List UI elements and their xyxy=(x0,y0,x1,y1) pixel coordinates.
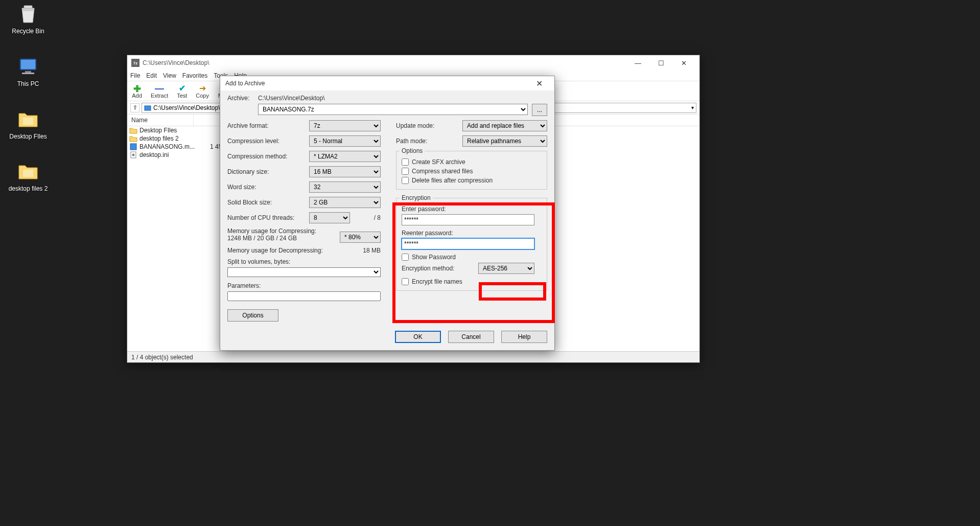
dialog-title: Add to Archive xyxy=(225,80,265,87)
update-label: Update mode: xyxy=(396,122,462,129)
maximize-button[interactable]: ☐ xyxy=(649,56,672,70)
recycle-bin-icon xyxy=(16,1,40,26)
dialog-close-button[interactable]: ✕ xyxy=(529,77,549,90)
pathmode-label: Path mode: xyxy=(396,138,462,145)
svg-rect-6 xyxy=(23,170,33,177)
level-label: Compression level: xyxy=(227,138,309,145)
menu-favorites[interactable]: Favorites xyxy=(182,72,207,79)
block-select[interactable]: 2 GB xyxy=(309,197,381,208)
svg-rect-8 xyxy=(130,144,136,150)
this-pc[interactable]: This PC xyxy=(5,54,51,87)
options-button[interactable]: Options xyxy=(227,309,278,322)
block-label: Solid Block size: xyxy=(227,199,309,206)
params-input[interactable] xyxy=(227,291,381,301)
options-legend: Options xyxy=(400,147,425,154)
menu-edit[interactable]: Edit xyxy=(146,72,157,79)
options-group: Options Create SFX archive Compress shar… xyxy=(396,151,547,190)
this-pc-label: This PC xyxy=(5,80,51,87)
format-select[interactable]: 7z xyxy=(309,120,381,131)
svg-rect-0 xyxy=(24,6,32,8)
minimize-button[interactable]: — xyxy=(626,56,649,70)
encryption-method-label: Encryption method: xyxy=(402,265,478,272)
svg-rect-7 xyxy=(145,106,151,110)
level-select[interactable]: 5 - Normal xyxy=(309,135,381,147)
copy-button[interactable]: ➔Copy xyxy=(196,83,209,99)
reenter-password-input[interactable] xyxy=(402,238,534,249)
encrypt-filenames-checkbox[interactable]: Encrypt file names xyxy=(402,278,542,285)
memd-label: Memory usage for Decompressing: xyxy=(227,247,340,254)
method-label: Compression method: xyxy=(227,153,309,160)
memc-pct-select[interactable]: * 80% xyxy=(340,232,381,243)
desktop-files-label: Desktop FIles xyxy=(5,133,51,140)
desktop-files-folder[interactable]: Desktop FIles xyxy=(5,106,51,140)
pathmode-select[interactable]: Relative pathnames xyxy=(462,135,547,147)
menu-file[interactable]: File xyxy=(130,72,140,79)
method-select[interactable]: * LZMA2 xyxy=(309,151,381,162)
svg-point-10 xyxy=(132,154,135,156)
right-column: Update mode:Add and replace files Path m… xyxy=(396,120,547,322)
enter-password-label: Enter password: xyxy=(402,205,542,213)
desktop-files-2-folder[interactable]: desktop files 2 xyxy=(5,158,51,192)
memd-value: 18 MB xyxy=(363,247,381,254)
menu-view[interactable]: View xyxy=(163,72,176,79)
up-button[interactable]: ⇧ xyxy=(130,103,139,112)
format-label: Archive format: xyxy=(227,122,309,129)
close-button[interactable]: ✕ xyxy=(672,56,695,70)
show-password-checkbox[interactable]: Show Password xyxy=(402,254,542,261)
svg-rect-5 xyxy=(23,118,33,125)
dialog-buttons: OK Cancel Help xyxy=(220,326,554,350)
recycle-bin-label: Recycle Bin xyxy=(5,28,51,35)
dict-select[interactable]: 16 MB xyxy=(309,166,381,177)
app-icon: 7z xyxy=(131,59,139,67)
reenter-password-label: Reenter password: xyxy=(402,230,542,237)
encryption-method-select[interactable]: AES-256 xyxy=(478,263,534,274)
enter-password-input[interactable] xyxy=(402,214,534,225)
memc-value: 1248 MB / 20 GB / 24 GB xyxy=(227,235,340,242)
dialog-titlebar: Add to Archive ✕ xyxy=(220,76,554,90)
add-button[interactable]: ✚Add xyxy=(131,83,143,99)
sfx-checkbox[interactable]: Create SFX archive xyxy=(402,158,542,166)
delete-checkbox[interactable]: Delete files after compression xyxy=(402,177,542,184)
dict-label: Dictionary size: xyxy=(227,168,309,175)
word-label: Word size: xyxy=(227,184,309,191)
shared-checkbox[interactable]: Compress shared files xyxy=(402,168,542,175)
browse-button[interactable]: ... xyxy=(532,104,547,116)
status-bar: 1 / 4 object(s) selected xyxy=(127,351,699,362)
encryption-legend: Encryption xyxy=(400,194,433,201)
archive-path-label: C:\Users\Vince\Desktop\ xyxy=(258,95,547,102)
extract-button[interactable]: —Extract xyxy=(151,83,168,99)
threads-label: Number of CPU threads: xyxy=(227,214,309,221)
titlebar: 7z C:\Users\Vince\Desktop\ — ☐ ✕ xyxy=(127,55,699,71)
svg-rect-2 xyxy=(21,60,35,69)
recycle-bin[interactable]: Recycle Bin xyxy=(5,1,51,35)
folder-icon xyxy=(16,106,40,131)
col-name[interactable]: Name xyxy=(127,115,194,126)
desktop-files-2-label: desktop files 2 xyxy=(5,185,51,192)
split-label: Split to volumes, bytes: xyxy=(227,258,381,265)
svg-rect-4 xyxy=(22,73,34,74)
archive-label: Archive: xyxy=(227,95,258,102)
folder-icon xyxy=(16,158,40,183)
params-label: Parameters: xyxy=(227,282,381,289)
window-title: C:\Users\Vince\Desktop\ xyxy=(143,59,209,66)
help-button[interactable]: Help xyxy=(501,331,547,343)
svg-rect-3 xyxy=(25,71,31,73)
threads-max: / 8 xyxy=(374,214,381,221)
split-select[interactable] xyxy=(227,267,381,277)
add-to-archive-dialog: Add to Archive ✕ Archive: C:\Users\Vince… xyxy=(220,76,555,351)
memc-label: Memory usage for Compressing: xyxy=(227,227,340,235)
ok-button[interactable]: OK xyxy=(395,331,441,343)
test-button[interactable]: ✔Test xyxy=(176,83,188,99)
this-pc-icon xyxy=(16,54,40,78)
encryption-group: Encryption Enter password: Reenter passw… xyxy=(396,198,547,291)
left-column: Archive format:7z Compression level:5 - … xyxy=(227,120,381,322)
threads-select[interactable]: 8 xyxy=(309,212,350,223)
word-select[interactable]: 32 xyxy=(309,181,381,193)
update-select[interactable]: Add and replace files xyxy=(462,120,547,131)
cancel-button[interactable]: Cancel xyxy=(448,331,494,343)
archive-name-input[interactable]: BANANASONG.7z xyxy=(258,104,528,115)
